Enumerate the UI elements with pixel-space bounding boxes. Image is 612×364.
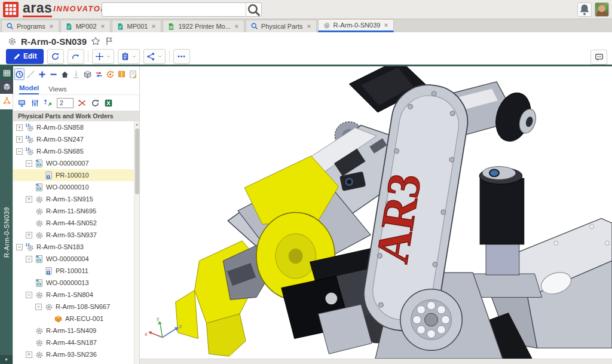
tree-row-r-arm-0-sn858[interactable]: +1 R-Arm-0-SN858 bbox=[13, 121, 139, 133]
tab-close-icon[interactable] bbox=[48, 23, 54, 29]
doc-green-icon bbox=[167, 23, 175, 30]
drop-target[interactable] bbox=[71, 68, 81, 80]
tree-expander[interactable]: − bbox=[26, 256, 32, 262]
clipboard-button[interactable] bbox=[118, 49, 140, 64]
tab-mp001[interactable]: MP001 bbox=[112, 20, 162, 32]
isometric-view[interactable] bbox=[82, 68, 93, 80]
tree-row-r-arm-1-sn804[interactable]: − R-Arm-1-SN804 bbox=[13, 289, 139, 301]
scrollbar-thumb[interactable] bbox=[135, 129, 139, 194]
tree-expander[interactable]: + bbox=[16, 136, 23, 143]
3d-viewer[interactable]: AR3 bbox=[140, 66, 612, 364]
display-icon bbox=[17, 99, 26, 108]
refresh-button[interactable] bbox=[47, 49, 64, 64]
expand-levels[interactable] bbox=[44, 99, 53, 108]
tree-row-r-arm-0-sn685[interactable]: −1 R-Arm-0-SN685 bbox=[13, 145, 139, 157]
measure-tool[interactable] bbox=[26, 68, 36, 80]
tree-expander[interactable]: + bbox=[26, 351, 32, 358]
scroll-up-icon[interactable]: ▲ bbox=[134, 121, 139, 127]
viewer-panel-toggle[interactable] bbox=[0, 80, 13, 94]
tree-row-wo-00000004[interactable]: − WO-00000004 bbox=[13, 253, 139, 265]
part-icon bbox=[35, 231, 44, 240]
search-button[interactable] bbox=[246, 3, 261, 16]
3d-model-canvas[interactable]: AR3 bbox=[140, 66, 612, 359]
tree-row-wo-00000013[interactable]: WO-00000013 bbox=[13, 277, 139, 289]
tree-row-r-arm-11-sn409[interactable]: R-Arm-11-SN409 bbox=[13, 325, 139, 337]
tab-close-icon[interactable] bbox=[234, 23, 240, 29]
tree-row-wo-00000007[interactable]: − WO-00000007 bbox=[13, 157, 139, 169]
notifications-button[interactable] bbox=[577, 2, 592, 17]
impact-analysis-button[interactable] bbox=[92, 49, 114, 64]
tree-row-r-arm-0-sn183[interactable]: −1 R-Arm-0-SN183 bbox=[13, 241, 139, 253]
zoom-in[interactable] bbox=[37, 68, 47, 80]
panel-collapse-button[interactable]: ▾ bbox=[0, 355, 13, 364]
favorite-star-icon[interactable] bbox=[91, 36, 100, 46]
grid-panel-toggle[interactable] bbox=[0, 66, 13, 80]
tree-row-wo-00000010[interactable]: WO-00000010 bbox=[13, 181, 139, 193]
part-icon bbox=[35, 326, 44, 335]
flag-icon[interactable] bbox=[105, 36, 114, 46]
tree-expander[interactable]: − bbox=[35, 304, 42, 310]
markup-notes[interactable] bbox=[128, 68, 138, 80]
tree-expander[interactable]: + bbox=[26, 232, 32, 238]
search-icon bbox=[246, 2, 261, 17]
svg-text:1: 1 bbox=[25, 123, 27, 127]
tree-expander[interactable]: − bbox=[26, 160, 32, 167]
depth-input[interactable] bbox=[57, 98, 74, 108]
tree-expander[interactable]: + bbox=[26, 196, 32, 203]
tree-row-pr-100011[interactable]: PR-100011 bbox=[13, 265, 139, 277]
more-actions-button[interactable] bbox=[173, 49, 190, 64]
sync-view[interactable] bbox=[105, 68, 115, 80]
comments-button[interactable] bbox=[590, 50, 607, 65]
collapse-all[interactable] bbox=[78, 99, 87, 108]
tree-row-pr-100010[interactable]: PR-100010 bbox=[13, 169, 139, 181]
tree-expander[interactable]: − bbox=[16, 244, 23, 250]
search-input[interactable] bbox=[102, 3, 246, 16]
reload-tree[interactable] bbox=[91, 99, 100, 108]
tree-row-r-arm-11-sn695[interactable]: R-Arm-11-SN695 bbox=[13, 205, 139, 217]
home-view[interactable] bbox=[60, 68, 70, 80]
tab-close-icon[interactable] bbox=[100, 23, 106, 29]
tab-mp002[interactable]: MP002 bbox=[60, 20, 111, 32]
tree-expander[interactable]: − bbox=[16, 148, 23, 155]
export-excel[interactable] bbox=[104, 99, 113, 108]
aras-innovator-window: aras INNOVATOR Programs MP002 MP001 bbox=[0, 0, 612, 364]
tree-row-r-arm-44-sn052[interactable]: R-Arm-44-SN052 bbox=[13, 217, 139, 229]
tab-physical-parts[interactable]: Physical Parts bbox=[246, 20, 317, 32]
tree-row-r-arm-93-sn236[interactable]: + R-Arm-93-SN236 bbox=[13, 348, 139, 360]
axis-x-label: x bbox=[145, 331, 148, 337]
orbit-tool[interactable] bbox=[14, 68, 25, 80]
tree-row-r-arm-1-sn915[interactable]: + R-Arm-1-SN915 bbox=[13, 193, 139, 205]
tree-expander[interactable]: − bbox=[26, 292, 32, 298]
tab-1922-printer-mo[interactable]: 1922 Printer Mo... bbox=[163, 20, 244, 32]
tab-close-icon[interactable] bbox=[383, 22, 389, 28]
share-button[interactable] bbox=[143, 49, 166, 64]
show-viewer[interactable] bbox=[17, 99, 26, 108]
tree-row-r-arm-108-sn667[interactable]: − R-Arm-108-SN667 bbox=[13, 301, 139, 313]
filter-properties[interactable] bbox=[30, 99, 39, 108]
app-launcher-button[interactable] bbox=[3, 2, 19, 17]
promote-button[interactable] bbox=[68, 49, 84, 64]
global-search bbox=[102, 2, 262, 17]
panel-tab-model[interactable]: Model bbox=[19, 84, 39, 94]
structure-icon bbox=[2, 96, 11, 105]
tree-row-r-arm-44-sn187[interactable]: R-Arm-44-SN187 bbox=[13, 337, 139, 348]
tree-scrollbar[interactable]: ▲ bbox=[134, 121, 139, 364]
tree-row-r-arm-0-sn247[interactable]: +1 R-Arm-0-SN247 bbox=[13, 133, 139, 145]
tree-expander[interactable]: + bbox=[16, 124, 23, 131]
user-avatar[interactable] bbox=[595, 2, 609, 17]
tab-programs[interactable]: Programs bbox=[1, 20, 59, 32]
work-order-icon bbox=[35, 279, 44, 287]
panel-tab-views[interactable]: Views bbox=[48, 85, 66, 94]
catalog[interactable] bbox=[117, 68, 127, 80]
zoom-out[interactable] bbox=[48, 68, 59, 80]
tab-r-arm-0-sn039[interactable]: R-Arm-0-SN039 bbox=[318, 19, 394, 32]
tab-close-icon[interactable] bbox=[151, 23, 157, 29]
pencil-icon bbox=[13, 52, 22, 61]
compare-views[interactable] bbox=[94, 68, 104, 80]
tab-close-icon[interactable] bbox=[306, 23, 312, 29]
tree-row-r-arm-93-sn937[interactable]: + R-Arm-93-SN937 bbox=[13, 229, 139, 241]
vertical-item-tab[interactable]: R-Arm-0-SN039 bbox=[0, 109, 13, 355]
edit-button[interactable]: Edit bbox=[6, 49, 44, 64]
structure-panel-toggle[interactable] bbox=[0, 94, 13, 108]
tree-row-ar-ecu-001[interactable]: AR-ECU-001 bbox=[13, 313, 139, 325]
